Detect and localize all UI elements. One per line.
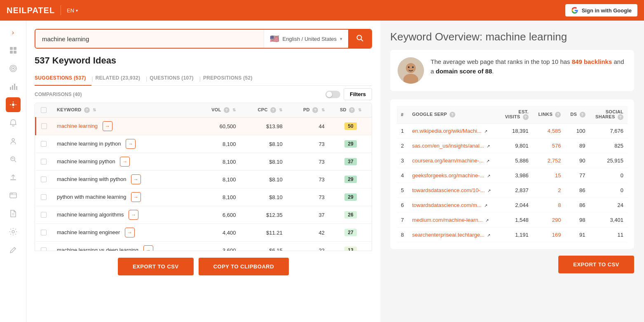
serp-url-link[interactable]: towardsdatascience.com/10-... <box>412 187 485 193</box>
tab-suggestions[interactable]: SUGGESTIONS (537) <box>35 72 91 86</box>
nav-lang[interactable]: EN ▾ <box>67 7 78 14</box>
right-export-csv-button[interactable]: EXPORT TO CSV <box>558 256 634 273</box>
vol-info-icon[interactable]: ? <box>224 107 229 113</box>
locale-selector[interactable]: 🇺🇸 English / United States ▾ <box>264 30 348 48</box>
serp-url-link[interactable]: searchenterpriseai.techtarge... <box>412 232 485 238</box>
pd-info-icon[interactable]: ? <box>312 107 318 113</box>
serp-visits-cell: 9,801 <box>499 139 533 153</box>
tab-prepositions[interactable]: PREPOSITIONS (52) <box>203 72 258 86</box>
sidebar-item-upload[interactable] <box>6 170 21 185</box>
vol-sort-icon[interactable]: ⇅ <box>232 108 236 112</box>
serp-info-icon[interactable]: ? <box>450 112 455 118</box>
row-checkbox-cell <box>36 153 52 171</box>
right-bottom-buttons: EXPORT TO CSV <box>390 256 634 273</box>
serp-shares-cell: 0 <box>590 168 628 183</box>
serp-url-link[interactable]: geeksforgeeks.org/machine-... <box>412 172 484 179</box>
sd-sort-icon[interactable]: ⇅ <box>358 108 361 112</box>
serp-ds-cell: 89 <box>565 139 589 153</box>
serp-url-link[interactable]: en.wikipedia.org/wiki/Machi... <box>412 128 481 134</box>
keyword-info-icon[interactable]: ? <box>84 107 90 113</box>
shares-info-icon[interactable]: ? <box>618 114 623 120</box>
sidebar-collapse-arrow[interactable]: › <box>9 26 17 40</box>
copy-clipboard-button[interactable]: COPY TO CLIPBOARD <box>199 258 289 275</box>
row-sd-cell: 50 <box>330 118 372 135</box>
sd-info-icon[interactable]: ? <box>349 107 355 113</box>
row-checkbox[interactable] <box>41 247 47 251</box>
tab-comparisons[interactable]: COMPARISONS (40) <box>35 92 82 97</box>
tab-related[interactable]: RELATED (23,932) <box>96 72 146 86</box>
export-csv-button[interactable]: EXPORT TO CSV <box>118 258 194 275</box>
row-checkbox[interactable] <box>41 194 47 200</box>
serp-table-card: # GOOGLE SERP ? EST.VISITS ? LINKS ? DS … <box>390 99 634 249</box>
svg-point-30 <box>408 66 410 68</box>
sidebar-item-settings[interactable] <box>6 224 21 239</box>
serp-links-cell: 15 <box>533 168 565 183</box>
keyword-text[interactable]: machine learning <box>57 123 98 129</box>
row-checkbox-cell <box>36 206 52 224</box>
keyword-explore-arrow[interactable]: → <box>126 139 136 149</box>
external-link-icon: ↗ <box>484 129 487 134</box>
domain-score: 88 <box>485 68 492 75</box>
toggle-switch[interactable] <box>326 91 340 98</box>
ds-info-icon[interactable]: ? <box>580 112 585 118</box>
visits-info-icon[interactable]: ? <box>523 114 529 120</box>
serp-links-cell: 2,752 <box>533 153 565 168</box>
serp-links-cell: 4,585 <box>533 124 565 139</box>
keyword-explore-arrow[interactable]: → <box>143 245 153 251</box>
keyword-text: machine learning python <box>57 158 115 165</box>
locale-label: English / United States <box>282 36 337 42</box>
row-keyword-cell: machine learning → <box>52 118 195 135</box>
sidebar-item-edit[interactable] <box>6 242 21 257</box>
cpc-info-icon[interactable]: ? <box>270 107 276 113</box>
sidebar-item-search[interactable] <box>6 152 21 167</box>
svg-point-11 <box>12 103 14 106</box>
keyword-explore-arrow[interactable]: → <box>103 121 112 131</box>
sidebar-item-reports[interactable] <box>6 206 21 221</box>
serp-url-link[interactable]: coursera.org/learn/machine-... <box>412 157 483 164</box>
pd-sort-icon[interactable]: ⇅ <box>321 108 325 112</box>
serp-rank: 4 <box>397 168 408 183</box>
sidebar-item-users[interactable] <box>6 134 21 148</box>
table-row: machine learning vs deep learning → 3,60… <box>36 242 372 251</box>
row-checkbox[interactable] <box>41 176 47 182</box>
sidebar-item-targets[interactable] <box>6 61 21 76</box>
keyword-explore-arrow[interactable]: → <box>131 174 141 184</box>
sidebar-item-keywords[interactable] <box>6 97 21 112</box>
row-checkbox[interactable] <box>41 212 47 218</box>
keyword-explore-arrow[interactable]: → <box>131 192 141 202</box>
sidebar-item-analytics[interactable] <box>6 79 21 94</box>
serp-url-link[interactable]: sas.com/en_us/insights/anal... <box>412 143 484 149</box>
sidebar-item-dashboard[interactable] <box>6 43 21 58</box>
row-checkbox[interactable] <box>41 230 47 235</box>
search-button[interactable] <box>348 30 371 48</box>
tab-questions[interactable]: QUESTIONS (107) <box>150 72 199 86</box>
serp-links-header: LINKS ? <box>533 106 565 124</box>
serp-url-link[interactable]: medium.com/machine-learn... <box>412 217 482 223</box>
serp-url-link[interactable]: towardsdatascience.com/m... <box>412 202 481 208</box>
keyword-sort-icon[interactable]: ⇅ <box>93 108 96 112</box>
serp-url-cell: sas.com/en_us/insights/anal... ↗ <box>408 139 499 153</box>
keyword-explore-arrow[interactable]: → <box>129 210 138 220</box>
select-all-checkbox[interactable] <box>41 107 47 113</box>
keyword-explore-arrow[interactable]: → <box>120 157 130 167</box>
serp-url-cell: en.wikipedia.org/wiki/Machi... ↗ <box>408 124 499 139</box>
links-info-icon[interactable]: ? <box>555 112 561 118</box>
sidebar-item-alerts[interactable] <box>6 115 21 130</box>
overview-description: The average web page that ranks in the t… <box>431 57 627 76</box>
keyword-explore-arrow[interactable]: → <box>125 228 135 237</box>
sign-in-label: Sign in with Google <box>582 7 632 14</box>
cpc-sort-icon[interactable]: ⇅ <box>279 108 282 112</box>
row-checkbox[interactable] <box>41 159 47 165</box>
row-cpc-cell: $12.35 <box>241 206 288 224</box>
serp-visits-cell: 1,548 <box>499 213 533 228</box>
serp-url-cell: towardsdatascience.com/m... ↗ <box>408 198 499 213</box>
row-checkbox[interactable] <box>41 141 47 147</box>
filters-button[interactable]: Filters <box>344 88 372 100</box>
row-checkbox[interactable] <box>41 123 47 129</box>
search-input[interactable] <box>35 30 264 48</box>
sign-in-button[interactable]: Sign in with Google <box>565 4 637 16</box>
serp-rank: 3 <box>397 153 408 168</box>
sd-badge: 26 <box>344 211 357 219</box>
sidebar-item-seo[interactable] <box>6 188 21 203</box>
serp-links-cell: 576 <box>533 139 565 153</box>
